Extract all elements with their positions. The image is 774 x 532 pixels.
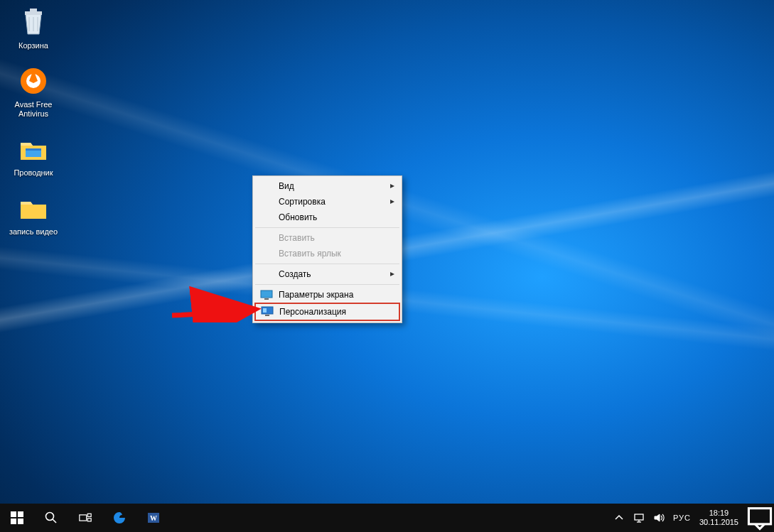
menu-item-label: Персонализация — [279, 307, 346, 317]
svg-line-15 — [53, 519, 56, 523]
search-button[interactable] — [34, 504, 68, 532]
language-indicator[interactable]: РУС — [669, 514, 695, 522]
tray-network-button[interactable] — [629, 504, 649, 532]
svg-rect-13 — [18, 519, 23, 524]
tray-overflow-button[interactable] — [609, 504, 629, 532]
menu-separator — [255, 284, 399, 285]
desktop-icon-video-rec[interactable]: запись видео — [6, 192, 61, 237]
avast-icon — [17, 65, 50, 97]
chevron-right-icon: ▸ — [390, 180, 394, 190]
personalize-icon — [261, 305, 274, 317]
clock-time: 18:19 — [699, 509, 738, 518]
svg-rect-17 — [87, 514, 91, 516]
desktop-icon-label: Проводник — [6, 168, 61, 178]
folder-icon — [17, 192, 50, 224]
menu-item-personalize[interactable]: Персонализация — [255, 303, 399, 320]
menu-separator — [255, 264, 399, 264]
svg-rect-6 — [264, 298, 269, 300]
svg-rect-10 — [11, 511, 16, 517]
menu-item-display-settings[interactable]: Параметры экрана — [254, 287, 400, 303]
desktop-icon-avast[interactable]: Avast Free Antivirus — [6, 65, 61, 119]
desktop-icons: Корзина Avast Free Antivirus Проводник з… — [6, 6, 72, 251]
menu-item-label: Вставить — [279, 233, 315, 243]
svg-rect-24 — [748, 509, 770, 524]
menu-item-label: Сортировка — [279, 197, 326, 207]
menu-separator — [255, 227, 399, 228]
svg-rect-4 — [26, 148, 41, 151]
menu-item-refresh[interactable]: Обновить — [254, 210, 400, 225]
recycle-bin-icon — [17, 6, 50, 38]
taskbar: W РУС 18:19 30.11.2015 — [0, 504, 774, 532]
chevron-right-icon: ▸ — [390, 268, 394, 278]
desktop-icon-label: Avast Free Antivirus — [6, 100, 61, 119]
network-icon — [633, 512, 645, 523]
menu-item-create[interactable]: Создать ▸ — [254, 266, 400, 282]
desktop-icon-label: Корзина — [6, 41, 61, 50]
taskbar-app-edge[interactable] — [102, 504, 136, 532]
svg-text:W: W — [150, 514, 157, 522]
svg-rect-18 — [87, 519, 91, 521]
svg-rect-16 — [80, 515, 87, 521]
svg-rect-0 — [30, 9, 37, 11]
desktop-icon-label: запись видео — [6, 227, 61, 237]
desktop-context-menu: Вид ▸ Сортировка ▸ Обновить Вставить Вст… — [252, 175, 402, 323]
word-icon: W — [147, 511, 160, 524]
taskbar-app-word[interactable]: W — [136, 504, 171, 532]
windows-icon — [11, 511, 23, 524]
desktop-icon-recycle-bin[interactable]: Корзина — [6, 6, 61, 50]
chevron-right-icon: ▸ — [390, 196, 394, 206]
display-icon — [260, 289, 273, 300]
clock-date: 30.11.2015 — [699, 518, 738, 527]
task-view-button[interactable] — [68, 504, 102, 532]
volume-icon — [653, 512, 665, 523]
search-icon — [45, 511, 58, 524]
menu-item-label: Параметры экрана — [279, 290, 353, 300]
start-button[interactable] — [0, 504, 34, 532]
file-explorer-icon — [17, 133, 50, 165]
desktop[interactable]: Корзина Avast Free Antivirus Проводник з… — [0, 0, 774, 504]
svg-point-14 — [46, 513, 54, 521]
menu-item-label: Создать — [279, 269, 311, 279]
svg-rect-9 — [265, 315, 269, 316]
menu-item-paste: Вставить — [254, 230, 400, 246]
taskbar-clock[interactable]: 18:19 30.11.2015 — [695, 509, 746, 527]
menu-item-view[interactable]: Вид ▸ — [254, 178, 400, 194]
edge-icon — [113, 511, 126, 524]
action-center-icon — [746, 504, 774, 532]
svg-rect-8 — [263, 308, 267, 313]
svg-rect-5 — [261, 291, 272, 298]
chevron-up-icon — [613, 512, 625, 523]
task-view-icon — [79, 511, 92, 524]
menu-item-sort[interactable]: Сортировка ▸ — [254, 194, 400, 210]
svg-rect-12 — [11, 519, 16, 524]
menu-item-label: Вид — [279, 181, 294, 191]
svg-rect-21 — [635, 514, 643, 520]
action-center-button[interactable] — [746, 504, 774, 532]
system-tray: РУС 18:19 30.11.2015 — [609, 504, 774, 532]
menu-item-label: Вставить ярлык — [279, 249, 341, 259]
desktop-icon-explorer[interactable]: Проводник — [6, 133, 61, 178]
svg-rect-11 — [18, 511, 23, 517]
menu-item-paste-shortcut: Вставить ярлык — [254, 246, 400, 261]
menu-item-label: Обновить — [279, 212, 317, 222]
tray-volume-button[interactable] — [649, 504, 669, 532]
